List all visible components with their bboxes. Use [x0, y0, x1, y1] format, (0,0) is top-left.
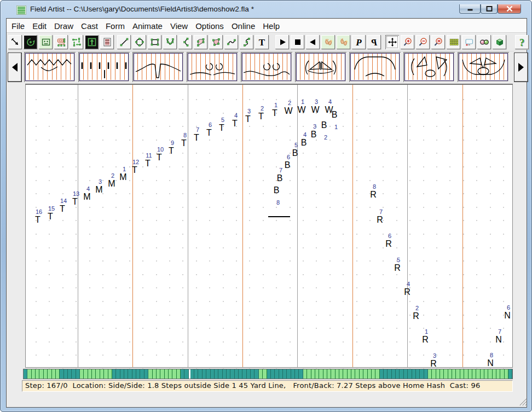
line-button[interactable] — [117, 35, 131, 49]
timeline-segment[interactable] — [319, 369, 323, 379]
timeline-segment[interactable] — [303, 369, 307, 379]
performer-T15[interactable]: T — [48, 212, 53, 221]
timeline-segment[interactable] — [124, 369, 128, 379]
timeline-segment[interactable] — [412, 369, 416, 379]
performer-T8[interactable]: T — [181, 139, 187, 148]
performer-T7[interactable]: T — [194, 134, 199, 142]
timeline-segment[interactable] — [172, 369, 176, 379]
timeline-segment[interactable] — [505, 369, 508, 379]
timeline-segment[interactable] — [263, 369, 267, 379]
timeline-segment[interactable] — [315, 369, 319, 379]
timeline-segment[interactable] — [476, 369, 480, 379]
timeline-segment[interactable] — [157, 369, 160, 379]
timeline-segment[interactable] — [287, 369, 291, 379]
timeline-segment[interactable] — [104, 369, 108, 379]
timeline-bar[interactable] — [23, 369, 513, 379]
timeline-segment[interactable] — [255, 369, 258, 379]
rect-button[interactable] — [148, 35, 161, 49]
rotate-button[interactable] — [24, 35, 37, 49]
performer-R1[interactable]: R — [422, 335, 429, 344]
timeline-segment[interactable] — [428, 369, 432, 379]
timeline-segment[interactable] — [242, 369, 246, 379]
timeline-segment[interactable] — [464, 369, 468, 379]
zoom-in-button[interactable] — [401, 35, 414, 49]
timeline-segment[interactable] — [348, 369, 351, 379]
timeline-segment[interactable] — [100, 369, 104, 379]
timeline-segment[interactable] — [39, 369, 43, 379]
timeline-segment[interactable] — [469, 369, 472, 379]
timeline-segment[interactable] — [493, 369, 496, 379]
timeline-segment[interactable] — [460, 369, 464, 379]
performer-R8[interactable]: R — [370, 190, 377, 199]
performer-B6[interactable]: B — [285, 161, 291, 170]
timeline-segment[interactable] — [52, 369, 56, 379]
timeline-segment[interactable] — [420, 369, 424, 379]
arc-button[interactable] — [178, 35, 192, 49]
timeline-segment[interactable] — [165, 369, 169, 379]
performer-W1[interactable]: W — [297, 106, 305, 114]
curve-button[interactable] — [194, 35, 207, 49]
performer-B3[interactable]: B — [311, 130, 317, 139]
timeline-segment[interactable] — [275, 369, 279, 379]
performer-T10[interactable]: T — [157, 153, 162, 162]
zoom-fit-button[interactable] — [431, 35, 445, 49]
performer-R5[interactable]: R — [394, 264, 401, 272]
binoculars-button[interactable] — [477, 35, 491, 49]
timeline-segment[interactable] — [500, 369, 504, 379]
timeline-segment[interactable] — [267, 369, 271, 379]
timeline-segment[interactable] — [230, 369, 234, 379]
menu-animate[interactable]: Animate — [129, 21, 166, 31]
timeline-segment[interactable] — [218, 369, 222, 379]
performer-M2[interactable]: M — [108, 179, 115, 188]
play-button[interactable] — [275, 35, 289, 49]
performer-T13[interactable]: T — [72, 198, 78, 206]
performer-W2[interactable]: W — [284, 107, 292, 115]
timeline-segment[interactable] — [416, 369, 420, 379]
form-select-button[interactable] — [54, 35, 68, 49]
script-button[interactable] — [100, 35, 114, 49]
timeline-segment[interactable] — [68, 369, 72, 379]
timeline-segment[interactable] — [508, 369, 512, 379]
timeline-segment[interactable] — [148, 369, 152, 379]
resize-grip[interactable] — [519, 398, 527, 406]
filled-shape-button[interactable] — [209, 35, 223, 49]
timeline-segment[interactable] — [456, 369, 460, 379]
timeline-segment[interactable] — [440, 369, 444, 379]
timeline-segment[interactable] — [351, 369, 355, 379]
formation-arcs-triangles-ellipse-thumbnail[interactable] — [403, 52, 455, 82]
timeline-segment[interactable] — [60, 369, 63, 379]
timeline-segment[interactable] — [404, 369, 408, 379]
menu-options[interactable]: Options — [192, 21, 228, 31]
transform-button[interactable] — [70, 35, 83, 49]
timeline-segment[interactable] — [92, 369, 96, 379]
timeline-segment[interactable] — [72, 369, 76, 379]
timeline-segment[interactable] — [194, 369, 198, 379]
performer-R6[interactable]: R — [385, 240, 392, 248]
timeline-segment[interactable] — [198, 369, 202, 379]
pointer-button[interactable] — [8, 35, 22, 49]
timeline-segment[interactable] — [392, 369, 396, 379]
performer-M1[interactable]: M — [119, 173, 126, 182]
squiggle-button[interactable] — [224, 35, 238, 49]
performer-T14[interactable]: T — [60, 205, 65, 213]
formation-zigzag-thumbnail[interactable] — [24, 52, 76, 82]
performer-T12[interactable]: T — [132, 166, 137, 175]
timeline-segment[interactable] — [400, 369, 403, 379]
menu-help[interactable]: Help — [259, 21, 284, 31]
timeline-segment[interactable] — [177, 369, 181, 379]
timeline-segment[interactable] — [424, 369, 428, 379]
formation-sails-arcs-thumbnail[interactable] — [295, 52, 346, 82]
performer-T11[interactable]: T — [145, 159, 151, 168]
timeline-segment[interactable] — [355, 369, 359, 379]
formation-arch-frown-thumbnail[interactable] — [349, 52, 401, 82]
performer-M4[interactable]: M — [83, 193, 90, 201]
timeline-segment[interactable] — [203, 369, 206, 379]
performer-R2[interactable]: R — [413, 312, 419, 321]
timeline-segment[interactable] — [481, 369, 484, 379]
timeline-segment[interactable] — [215, 369, 218, 379]
cube-button[interactable] — [493, 35, 506, 49]
timeline-segment[interactable] — [56, 369, 60, 379]
minimize-button[interactable] — [459, 4, 481, 14]
filmstrip-scroll-right-button[interactable] — [514, 53, 528, 82]
timeline-segment[interactable] — [259, 369, 263, 379]
